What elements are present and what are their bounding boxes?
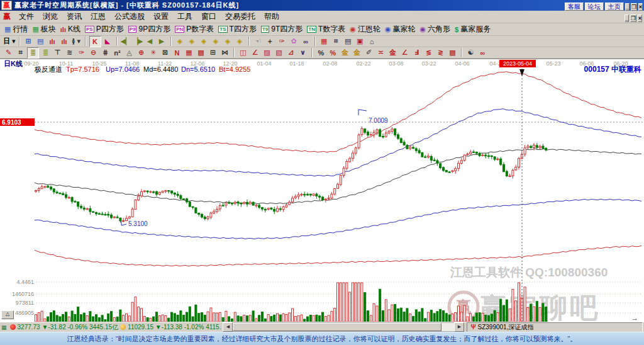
menu-item-浏览[interactable]: 浏览 (38, 10, 62, 23)
percent-icon[interactable]: % (316, 48, 326, 58)
menu-item-窗口[interactable]: 窗口 (197, 10, 221, 23)
speed-fan-icon[interactable]: ∠ (250, 48, 260, 58)
info-panel-icon[interactable]: ▤ (35, 37, 46, 47)
quick-link-主页[interactable]: 主页 (605, 3, 624, 11)
candle-style-dropdown[interactable]: ≬ ▾ (71, 37, 82, 47)
child-restore-button[interactable]: ❐ (630, 14, 636, 22)
last-bar-icon[interactable]: ▕▶ (133, 37, 143, 47)
taichi-icon[interactable]: ☯ (465, 48, 476, 58)
tool-gann-wheel-button[interactable]: ◉江恩轮 (348, 24, 382, 35)
hand-tool-icon[interactable]: ☜ (253, 37, 264, 47)
rect-select-icon[interactable]: ◫ (238, 48, 248, 58)
minimize-button[interactable]: _ (625, 3, 630, 11)
quick-link-客服[interactable]: 客服 (565, 3, 584, 11)
tool-kline-button[interactable]: ılıK线 (58, 24, 82, 35)
tool-p-square-button[interactable]: PSP四方形 (83, 24, 126, 35)
menu-item-设置[interactable]: 设置 (149, 10, 173, 23)
infinity-icon[interactable]: ∞ (477, 48, 488, 58)
pen-tool-icon[interactable]: ✎ (3, 48, 14, 58)
shade1-icon[interactable]: ▨ (262, 48, 272, 58)
percent-line-icon[interactable]: % (328, 48, 338, 58)
scroll-right-button[interactable]: ▶ (454, 322, 464, 332)
crosshair-tool-icon[interactable]: ＋ (265, 37, 275, 47)
marker-tool-icon[interactable]: ✑ (277, 37, 287, 47)
notepad-icon[interactable]: ▤ (343, 37, 353, 47)
f-lines-icon[interactable]: Ⅎ (411, 48, 422, 58)
menu-item-公式选股[interactable]: 公式选股 (110, 10, 149, 23)
scrollbar-track[interactable] (233, 322, 454, 332)
diamond-tool-4[interactable]: ◈ (211, 37, 221, 47)
ellipse-tool-icon[interactable]: ⊖ (88, 48, 99, 58)
diamond-tool-2[interactable]: ◈ (187, 37, 197, 47)
prev-bar-icon[interactable]: ◀ (145, 37, 155, 47)
tool-sectors-button[interactable]: ▦板块 (30, 24, 57, 35)
boxed-x-icon[interactable]: ⊠ (160, 48, 170, 58)
quote-table-icon[interactable]: ▦ (1, 324, 7, 331)
diamond-tool-1[interactable]: ◈ (175, 37, 186, 47)
tool-quotes-button[interactable]: ▦行情 (3, 24, 30, 35)
tool-winner-service-button[interactable]: $赢家服务 (453, 24, 492, 35)
k-tool-icon[interactable]: K (89, 36, 101, 47)
market-window-icon[interactable]: ⊞ (23, 37, 34, 47)
shade2-icon[interactable]: ▧ (274, 48, 284, 58)
marker2-tool-icon[interactable]: ✑ (76, 48, 87, 58)
matrix3-icon[interactable]: ⊞ (208, 48, 218, 58)
diamond-tool-6[interactable]: ◈ (235, 37, 245, 47)
matrix1-icon[interactable]: ▦ (184, 48, 194, 58)
tool-hexagon-button[interactable]: ◉六角形 (418, 24, 452, 35)
star-burst-icon[interactable]: ✳ (148, 48, 158, 58)
child-minimize-button[interactable]: _ (625, 14, 629, 22)
horizontal-scrollbar[interactable]: ◀ ▶ (223, 323, 464, 332)
save-icon[interactable]: ▣ (355, 37, 365, 47)
menu-item-资讯[interactable]: 资讯 (62, 10, 86, 23)
gann-circle-icon[interactable]: ⊕ (136, 48, 147, 58)
tline-tool-icon[interactable]: ⊤ (52, 48, 63, 58)
zigzag-icon[interactable]: ≷ (435, 48, 446, 58)
next-bar-icon[interactable]: ▶ (157, 37, 167, 47)
menu-item-文件[interactable]: 文件 (14, 10, 38, 23)
quick-link-论坛[interactable]: 论坛 (585, 3, 604, 11)
pen2-icon[interactable]: ✐ (364, 48, 374, 58)
computer-icon[interactable]: ⌂ (367, 37, 377, 47)
restore-button[interactable]: ❐ (631, 3, 637, 11)
scroll-left-button[interactable]: ◀ (223, 322, 233, 332)
hline-tool-icon[interactable]: ≣ (27, 47, 39, 59)
matrix2-icon[interactable]: ▩ (196, 48, 206, 58)
gold-section-icon[interactable]: 金 (340, 48, 350, 58)
chart-canvas[interactable]: 江恩工具软件 QQ:100800360赢赢家聊吧4.44611460716973… (0, 59, 644, 322)
diamond-tool-5[interactable]: ◈ (223, 37, 233, 47)
tool-9p-square-button[interactable]: P99P四方形 (126, 24, 172, 35)
grid-ticks-icon[interactable]: ⋕ (100, 48, 111, 58)
fan-lines-icon[interactable]: ⋈ (219, 48, 230, 58)
angle-line-icon[interactable]: ⊿ (286, 48, 296, 58)
tool-t-square-button[interactable]: TST四方形 (216, 24, 258, 35)
close-button[interactable]: × (638, 3, 643, 11)
calendar-icon[interactable]: ▦ (319, 37, 330, 47)
menu-item-帮助[interactable]: 帮助 (260, 10, 284, 23)
hline2-tool-icon[interactable]: ≣ (40, 48, 51, 58)
scrollbar-thumb[interactable] (233, 323, 441, 331)
first-bar-icon[interactable]: ◀▏ (121, 37, 131, 47)
menu-item-江恩[interactable]: 江恩 (86, 10, 110, 23)
updown-lines-icon[interactable]: ≶ (423, 48, 434, 58)
balance-icon[interactable]: ≍ (375, 48, 386, 58)
lens-tool-icon[interactable]: ∞ (301, 37, 311, 47)
tool-t-table-button[interactable]: TNT数字表 (305, 24, 347, 35)
diamond-tool-3[interactable]: ◈ (199, 37, 209, 47)
menu-item-交易委托[interactable]: 交易委托 (221, 10, 260, 23)
vee-icon[interactable]: ∨ (297, 48, 308, 58)
arrow-tool-icon[interactable]: ◬ (124, 48, 135, 58)
angle2-icon[interactable]: ∠ (399, 48, 410, 58)
angle-n-icon[interactable]: Ν (172, 48, 182, 58)
child-close-button[interactable]: × (638, 14, 642, 22)
n2-tool-icon[interactable]: n² (112, 48, 123, 58)
tool-p-table-button[interactable]: PNP数字表 (173, 24, 216, 35)
gold-box-icon[interactable]: 金 (352, 48, 362, 58)
tool-9t-square-button[interactable]: T99T四方形 (259, 24, 304, 35)
draw-flag-icon[interactable]: ◣ (103, 37, 113, 47)
calculator-icon[interactable]: ⌗ (331, 37, 341, 47)
dense2-icon[interactable]: ▩ (447, 48, 458, 58)
tool-winner-wheel-button[interactable]: ◉赢家轮 (383, 24, 418, 35)
band-tool-icon[interactable]: ✿ (289, 37, 299, 47)
gold2-icon[interactable]: 金 (387, 48, 398, 58)
